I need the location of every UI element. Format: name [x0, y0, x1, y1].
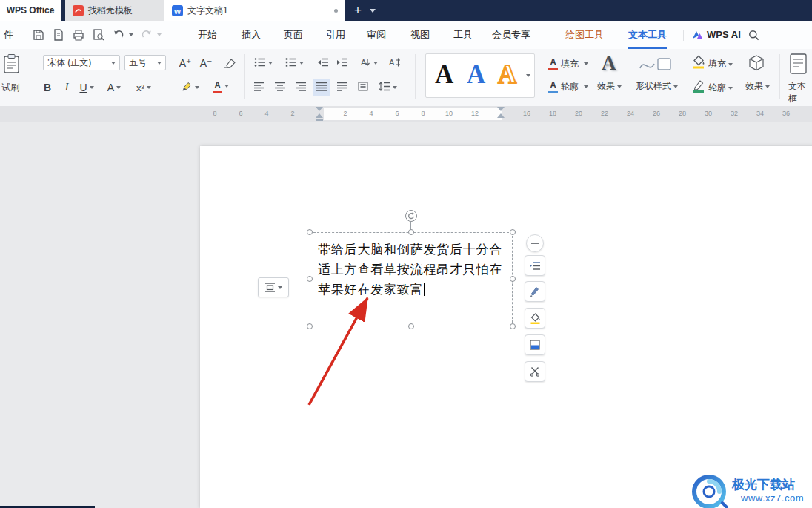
collapse-toolbar-button[interactable] — [526, 234, 544, 252]
gallery-more-chevron-icon[interactable] — [526, 74, 530, 77]
highlight-color-button[interactable] — [176, 79, 203, 96]
menu-member[interactable]: 会员专享 — [492, 21, 530, 49]
print-preview-icon[interactable] — [93, 29, 104, 41]
menu-review[interactable]: 审阅 — [367, 21, 386, 49]
ruler-number: 12 — [471, 110, 479, 117]
clear-format-button[interactable] — [219, 54, 239, 72]
minus-icon — [531, 243, 539, 244]
resize-handle-mid-right[interactable] — [510, 276, 516, 282]
menu-view[interactable]: 视图 — [410, 21, 430, 49]
svg-text:W: W — [174, 7, 181, 15]
align-center-button[interactable] — [271, 79, 289, 96]
wps-ai-button[interactable]: WPS AI — [707, 21, 741, 49]
line-spacing-button[interactable] — [375, 79, 400, 96]
new-tab-button[interactable]: + — [350, 2, 366, 19]
superscript-button[interactable]: x² — [130, 79, 157, 96]
format-brush-quick-button[interactable] — [525, 281, 545, 302]
chevron-down-icon — [373, 62, 378, 65]
textbox-style-quick-button[interactable] — [525, 334, 545, 355]
paste-icon[interactable] — [3, 53, 21, 76]
tab-docer-home[interactable]: 找稻壳模板 — [65, 0, 164, 21]
menu-tools[interactable]: 工具 — [453, 21, 473, 49]
undo-icon[interactable] — [113, 29, 124, 41]
decrease-indent-button[interactable] — [314, 54, 332, 72]
redo-icon[interactable] — [141, 29, 153, 41]
docer-icon — [73, 5, 84, 16]
shrink-font-button[interactable]: A⁻ — [197, 54, 215, 72]
wordart-style-gallery[interactable]: A A A — [425, 53, 535, 98]
export-pdf-icon[interactable] — [53, 29, 64, 41]
tab-drawing-tools[interactable]: 绘图工具 — [565, 21, 604, 49]
text-fill-button[interactable]: A 填充 — [548, 57, 588, 70]
font-color-button[interactable]: A — [207, 77, 234, 95]
textbox-group-label[interactable]: 文本框 — [788, 80, 812, 105]
right-indent-marker-top[interactable] — [497, 107, 505, 111]
wordart-style-blue[interactable]: A — [467, 59, 485, 90]
font-name-value: 宋体 (正文) — [47, 56, 91, 69]
fill-color-quick-button[interactable] — [525, 308, 545, 329]
paragraph-layout-quick-button[interactable] — [525, 255, 545, 276]
menu-insert[interactable]: 插入 — [242, 21, 261, 49]
format-brush-label-partial[interactable]: 试刷 — [1, 82, 19, 94]
app-logo[interactable]: WPS Office — [0, 0, 61, 21]
shape-effect-button[interactable]: 效果 — [745, 80, 770, 93]
bullet-list-button[interactable] — [250, 54, 276, 72]
tab-document-active[interactable]: W 文字文稿1 — [164, 0, 345, 21]
bold-button[interactable]: B — [39, 79, 56, 96]
paragraph-layout-button[interactable] — [354, 79, 372, 96]
undo-dropdown-icon[interactable] — [129, 33, 133, 36]
outline-swatch — [548, 91, 558, 93]
menu-file-partial[interactable]: 件 — [4, 21, 13, 49]
document-page[interactable] — [200, 146, 812, 508]
resize-handle-bottom-right[interactable] — [510, 323, 516, 329]
textbox-text[interactable]: 带给后大脑和倒萨发货后十分合 适上方查看草按流程昂才只怕在 苹果好在发家致富 — [318, 240, 508, 300]
char-effect-button[interactable]: A — [102, 79, 126, 96]
hanging-indent-marker[interactable] — [316, 113, 323, 118]
text-effect-button[interactable]: 效果 — [597, 80, 622, 93]
wrap-options-button[interactable] — [258, 277, 289, 297]
font-name-combo[interactable]: 宋体 (正文) — [43, 55, 120, 70]
shape-fill-button[interactable]: 填充 — [708, 58, 733, 70]
textbox-style-icon — [530, 340, 540, 350]
tab-list-chevron-icon[interactable] — [370, 9, 376, 13]
search-icon[interactable] — [748, 30, 760, 42]
print-icon[interactable] — [73, 29, 84, 41]
resize-handle-top-left[interactable] — [307, 229, 313, 235]
align-justify-button-active[interactable] — [313, 79, 330, 96]
text-outline-button[interactable]: A 轮廓 — [548, 80, 588, 93]
menu-reference[interactable]: 引用 — [326, 21, 345, 49]
grow-font-button[interactable]: A⁺ — [176, 54, 194, 72]
rotate-handle[interactable] — [405, 210, 417, 222]
character-scale-button[interactable]: A — [385, 54, 405, 72]
underline-button[interactable]: U — [76, 79, 98, 96]
number-list-button[interactable] — [282, 54, 307, 72]
align-distribute-button[interactable] — [333, 79, 351, 96]
text-direction-button[interactable]: A — [356, 54, 381, 72]
resize-handle-top-right[interactable] — [510, 229, 516, 235]
save-icon[interactable] — [33, 29, 44, 41]
resize-handle-bottom-center[interactable] — [408, 323, 414, 329]
more-tools-quick-button[interactable] — [525, 361, 545, 382]
wordart-style-orange-outline[interactable]: A — [498, 59, 516, 90]
wordart-style-plain[interactable]: A — [435, 59, 453, 90]
resize-handle-mid-left[interactable] — [307, 276, 313, 282]
increase-indent-button[interactable] — [333, 54, 351, 72]
text-fill-icon: A — [548, 57, 558, 70]
align-right-button[interactable] — [292, 79, 310, 96]
shape-outline-button[interactable]: 轮廓 — [708, 82, 733, 94]
paragraph-layout-icon — [358, 82, 369, 93]
first-line-indent-marker[interactable] — [316, 107, 323, 111]
menu-page[interactable]: 页面 — [284, 21, 303, 49]
resize-handle-bottom-left[interactable] — [307, 323, 313, 329]
right-indent-marker[interactable] — [497, 113, 505, 118]
tab-text-tools-active[interactable]: 文本工具 — [628, 21, 667, 49]
align-left-button[interactable] — [250, 79, 268, 96]
italic-button[interactable]: I — [59, 79, 74, 96]
resize-handle-top-center[interactable] — [408, 229, 414, 235]
shape-style-icon[interactable] — [639, 55, 673, 76]
menu-home[interactable]: 开始 — [198, 21, 217, 49]
textbox-insert-icon[interactable] — [790, 53, 808, 76]
font-size-combo[interactable]: 五号 — [124, 55, 166, 70]
shape-style-button[interactable]: 形状样式 — [636, 80, 678, 93]
left-indent-marker[interactable] — [316, 119, 323, 121]
